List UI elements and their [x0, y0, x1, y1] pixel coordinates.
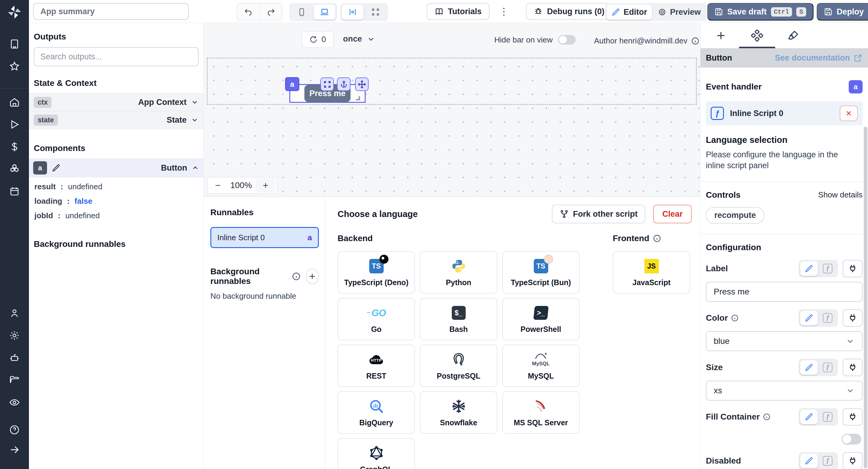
ctx-row[interactable]: ctx App Context [29, 93, 204, 111]
dynamic-mode-button[interactable]: ƒ [819, 360, 836, 375]
sidebar-item-home[interactable] [7, 95, 22, 110]
desktop-view-button[interactable] [314, 4, 336, 20]
dynamic-mode-button[interactable]: ƒ [819, 454, 836, 468]
sidebar-collapse-button[interactable] [7, 442, 22, 457]
scrollbar-thumb[interactable] [864, 127, 867, 468]
dynamic-mode-button[interactable]: ƒ [819, 261, 836, 276]
connect-button[interactable] [843, 309, 863, 327]
sidebar-item-help[interactable] [7, 423, 22, 437]
zoom-out-button[interactable]: − [208, 178, 228, 193]
info-icon[interactable] [292, 272, 301, 281]
recompute-pill-button[interactable]: recompute [706, 207, 764, 224]
app-canvas[interactable]: 0 once Hide bar on view Author henri@win… [204, 23, 700, 196]
sidebar-item-variables[interactable] [7, 139, 22, 154]
info-icon[interactable] [653, 234, 661, 243]
language-card-typescript-deno[interactable]: TS TypeScript (Deno) [338, 251, 415, 293]
add-background-runnable-button[interactable] [306, 269, 319, 284]
connect-button[interactable] [843, 408, 863, 426]
search-outputs-input[interactable] [34, 47, 198, 66]
mobile-view-button[interactable] [291, 4, 313, 20]
info-icon[interactable] [691, 37, 700, 45]
sidebar-item-users[interactable] [7, 306, 22, 320]
prop-result[interactable]: result : undefined [34, 182, 204, 196]
center-layout-button[interactable] [342, 4, 364, 20]
backend-title: Backend [338, 233, 581, 243]
language-card-typescript-bun[interactable]: TS TypeScript (Bun) [502, 251, 580, 293]
language-card-rest[interactable]: HTTP REST [338, 345, 415, 387]
remove-script-button[interactable] [840, 105, 858, 121]
edit-id-pencil-icon[interactable] [52, 164, 60, 172]
language-card-mysql[interactable]: MySQL MySQL [502, 345, 580, 387]
show-details-link[interactable]: Show details [818, 190, 863, 199]
sidebar-item-folders[interactable] [7, 373, 22, 387]
component-id-tag[interactable]: a [285, 77, 299, 91]
fill-container-toggle[interactable] [841, 434, 861, 445]
inline-script-item[interactable]: Inline Script 0 a [210, 227, 319, 248]
sidebar-item-settings[interactable] [7, 328, 22, 343]
state-row[interactable]: state State [29, 111, 204, 129]
sidebar-item-resources[interactable] [7, 162, 22, 176]
prop-loading[interactable]: loading : false [34, 196, 204, 211]
connect-button[interactable] [843, 452, 863, 469]
label-value-input[interactable] [706, 282, 863, 302]
clear-button[interactable]: Clear [653, 205, 692, 223]
sidebar-item-workers[interactable] [7, 350, 22, 365]
fullwidth-layout-button[interactable] [365, 4, 386, 20]
language-card-python[interactable]: Python [420, 251, 497, 293]
tab-insert-component[interactable] [712, 23, 730, 48]
expand-handle[interactable] [320, 77, 334, 91]
static-mode-button[interactable] [800, 261, 818, 276]
hide-bar-toggle[interactable] [558, 35, 576, 44]
fork-other-script-button[interactable]: Fork other script [552, 205, 646, 223]
event-inline-script-row[interactable]: ƒ Inline Script 0 [706, 101, 863, 125]
language-card-javascript[interactable]: JS JavaScript [613, 251, 690, 293]
size-select[interactable]: xs [706, 381, 863, 401]
zoom-in-button[interactable]: + [255, 178, 276, 193]
connect-button[interactable] [843, 260, 863, 277]
dynamic-mode-button[interactable]: ƒ [819, 410, 836, 424]
move-handle[interactable] [355, 77, 369, 91]
language-card-powershell[interactable]: >_ PowerShell [502, 298, 580, 340]
tab-component-settings[interactable] [749, 23, 766, 48]
schedule-dropdown[interactable]: once [343, 34, 375, 44]
sidebar-item-audit[interactable] [7, 395, 22, 410]
debug-runs-button[interactable]: Debug runs (0) [526, 3, 613, 20]
static-mode-button[interactable] [800, 360, 818, 375]
static-mode-button[interactable] [800, 410, 818, 424]
language-card-snowflake[interactable]: Snowflake [420, 391, 497, 434]
tab-styling[interactable] [785, 23, 802, 48]
save-draft-button[interactable]: Save draft Ctrl S [707, 3, 813, 21]
language-card-bash[interactable]: $_ Bash [420, 298, 497, 340]
sidebar-item-schedules[interactable] [7, 184, 22, 199]
info-icon[interactable] [731, 314, 739, 322]
see-documentation-link[interactable]: See documentation [775, 53, 863, 63]
sidebar-item-runs[interactable] [7, 117, 22, 132]
dynamic-mode-button[interactable]: ƒ [819, 311, 836, 325]
prop-jobid[interactable]: jobId : undefined [34, 211, 204, 225]
language-card-mssql[interactable]: MS SQL Server [502, 391, 580, 434]
preview-tab[interactable]: Preview [653, 4, 706, 20]
redo-button[interactable] [259, 4, 282, 20]
editor-tab[interactable]: Editor [607, 4, 652, 20]
anchor-handle[interactable] [337, 77, 350, 91]
color-select[interactable]: blue [706, 331, 863, 351]
language-card-go[interactable]: GO Go [338, 298, 415, 340]
refresh-count-button[interactable]: 0 [302, 31, 334, 48]
sidebar-item-workspace[interactable] [7, 37, 22, 51]
windmill-logo-icon[interactable] [7, 4, 22, 20]
component-row-button[interactable]: a Button [29, 159, 204, 177]
language-card-graphql[interactable]: GraphQL [338, 438, 415, 469]
deploy-button[interactable]: Deploy [817, 3, 868, 21]
undo-button[interactable] [237, 4, 259, 20]
sidebar-item-favorites[interactable] [7, 59, 22, 73]
app-summary-input[interactable] [33, 3, 189, 20]
tutorials-button[interactable]: Tutorials [427, 3, 490, 20]
info-icon[interactable] [763, 413, 771, 421]
language-card-bigquery[interactable]: BigQuery [338, 391, 415, 434]
resize-handle[interactable] [356, 96, 360, 100]
more-options-button[interactable]: ⋮ [499, 7, 509, 16]
static-mode-button[interactable] [800, 311, 818, 325]
connect-button[interactable] [843, 359, 863, 376]
language-card-postgresql[interactable]: PostgreSQL [420, 345, 497, 387]
static-mode-button[interactable] [800, 454, 818, 468]
